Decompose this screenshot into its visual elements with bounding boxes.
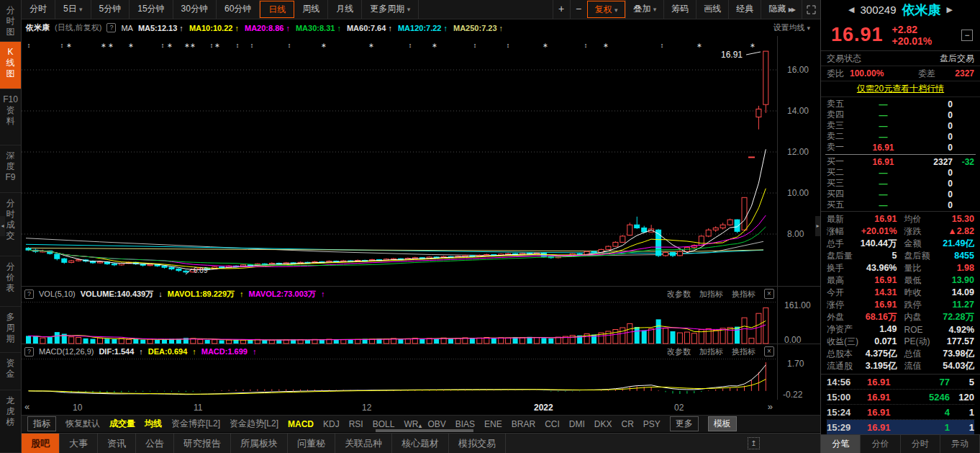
collapse-panel-button[interactable]: − bbox=[961, 30, 973, 41]
nav-item-9[interactable]: 模拟交易 bbox=[449, 434, 506, 453]
tool-button-1[interactable]: 叠加 ▾ bbox=[625, 0, 663, 19]
indicator-item-19[interactable]: PSY bbox=[643, 419, 661, 429]
chart-area: 16.0014.0012.0010.008.00161.000.001.70-0… bbox=[22, 36, 820, 400]
indicator-item-10[interactable]: WR bbox=[404, 419, 418, 429]
indicator-item-0[interactable]: 指标 bbox=[27, 416, 56, 431]
nav-item-2[interactable]: 资讯 bbox=[98, 434, 136, 453]
next-stock-icon[interactable]: ▶ bbox=[947, 5, 953, 14]
indicator-item-20[interactable]: 更多 bbox=[670, 416, 699, 431]
indicator-item-9[interactable]: BOLL bbox=[373, 419, 395, 429]
scroll-left-button[interactable]: « bbox=[24, 401, 30, 412]
period-tab-9[interactable]: 更多周期 ▾ bbox=[362, 0, 419, 19]
tool-button-5[interactable]: 隐藏 ▶▶ bbox=[761, 0, 802, 19]
indicator-item-13[interactable]: ENE bbox=[484, 419, 502, 429]
indicator-item-17[interactable]: DKX bbox=[594, 419, 612, 429]
ma-settings-button[interactable]: 设置均线 ▾ bbox=[773, 22, 816, 33]
svg-text:↕: ↕ bbox=[60, 42, 64, 49]
indicator-item-3[interactable]: 均线 bbox=[145, 418, 162, 430]
vol-help-icon[interactable]: ? bbox=[24, 290, 34, 299]
indicator-item-11[interactable]: OBV bbox=[427, 419, 445, 429]
scroll-right-button[interactable]: » bbox=[768, 401, 773, 412]
tick-tab-1[interactable]: 分价 bbox=[861, 435, 900, 453]
indicator-item-15[interactable]: CCI bbox=[545, 419, 560, 429]
order-book: 卖五—0卖四—0卖三—0卖二—0卖一16.910买一16.912327-32买二… bbox=[821, 97, 980, 212]
indicator-scrollbar[interactable]: ▲ bbox=[376, 429, 473, 432]
share-icon[interactable]: ↥ bbox=[748, 437, 760, 449]
period-tab-0[interactable]: 分时 bbox=[22, 0, 55, 19]
weicha-value: 2327 bbox=[941, 68, 974, 79]
svg-text:16.00: 16.00 bbox=[787, 65, 809, 75]
stats-row-1: 涨幅+20.01%涨跌▲2.82 bbox=[827, 225, 974, 238]
period-tab-8[interactable]: 月线 bbox=[328, 0, 362, 19]
ma-help-icon[interactable]: ? bbox=[106, 23, 116, 32]
indicator-item-12[interactable]: BIAS bbox=[455, 419, 475, 429]
macd-arrow-icon: ↑ bbox=[253, 347, 257, 356]
period-tab-5[interactable]: 60分钟 bbox=[217, 0, 260, 19]
nav-item-8[interactable]: 核心题材 bbox=[392, 434, 449, 453]
period-tab-4[interactable]: 30分钟 bbox=[173, 0, 217, 19]
tick-list: 14:5616.9177515:0016.91524612015:2416.91… bbox=[821, 374, 980, 434]
period-tab-2[interactable]: 5分钟 bbox=[91, 0, 130, 19]
price-block: 16.91 +2.82 +20.01% − bbox=[821, 19, 980, 51]
tool-button-3[interactable]: 画线 bbox=[696, 0, 728, 19]
tool-button-2[interactable]: 筹码 bbox=[663, 0, 696, 19]
nav-item-4[interactable]: 研究报告 bbox=[174, 434, 231, 453]
vol-swap-indicator-link[interactable]: 换指标 bbox=[732, 289, 756, 300]
vol-close-icon[interactable]: × bbox=[764, 289, 774, 299]
tick-tab-3[interactable]: 异动 bbox=[940, 435, 980, 453]
macd-change-params-link[interactable]: 改参数 bbox=[667, 346, 691, 357]
period-tab-1[interactable]: 5日 ▾ bbox=[55, 0, 91, 19]
svg-text:↕: ↕ bbox=[507, 42, 510, 49]
zoom-out-button[interactable]: − bbox=[570, 0, 587, 19]
fullscreen-button[interactable] bbox=[802, 0, 820, 19]
indicator-item-5[interactable]: 资金趋势[L2] bbox=[230, 418, 278, 430]
indicator-item-6[interactable]: MACD bbox=[288, 419, 314, 429]
macd-help-icon[interactable]: ? bbox=[24, 347, 34, 356]
indicator-item-7[interactable]: KDJ bbox=[323, 419, 340, 429]
macd-close-icon[interactable]: × bbox=[764, 346, 774, 356]
tool-button-4[interactable]: 经典 bbox=[728, 0, 761, 19]
indicator-item-1[interactable]: 恢复默认 bbox=[65, 418, 100, 430]
indicator-item-2[interactable]: 成交量 bbox=[109, 418, 135, 430]
collapse-right-panel-handle[interactable]: ▸ bbox=[815, 216, 820, 236]
sidebar-item-2[interactable]: F10资料 bbox=[0, 89, 21, 145]
period-tab-7[interactable]: 周线 bbox=[294, 0, 328, 19]
tick-tab-0[interactable]: 分笔 bbox=[821, 435, 861, 453]
nav-item-7[interactable]: 关联品种 bbox=[335, 434, 392, 453]
nav-item-5[interactable]: 所属板块 bbox=[231, 434, 288, 453]
prev-stock-icon[interactable]: ◀ bbox=[848, 5, 854, 14]
sidebar-item-5[interactable]: 分价表 bbox=[0, 256, 21, 307]
nav-item-3[interactable]: 公告 bbox=[136, 434, 174, 453]
nav-item-0[interactable]: 股吧 bbox=[22, 434, 60, 453]
svg-text:10.00: 10.00 bbox=[787, 188, 809, 198]
x-axis: « » 101112202202 bbox=[22, 400, 820, 416]
macd-add-indicator-link[interactable]: 加指标 bbox=[699, 346, 723, 357]
nav-item-6[interactable]: 问董秘 bbox=[288, 434, 335, 453]
indicator-item-16[interactable]: DMI bbox=[569, 419, 585, 429]
sidebar-item-8[interactable]: 龙虎榜 bbox=[0, 390, 21, 453]
indicator-item-18[interactable]: CR bbox=[622, 419, 634, 429]
period-tab-6[interactable]: 日线 bbox=[260, 1, 294, 18]
sidebar-item-3[interactable]: 深度F9 bbox=[0, 145, 21, 193]
indicator-item-4[interactable]: 资金博弈[L2] bbox=[171, 418, 220, 430]
indicator-item-21[interactable]: 模板 bbox=[708, 416, 737, 431]
x-axis-label-4: 02 bbox=[674, 403, 684, 413]
sidebar-item-7[interactable]: 资金 bbox=[0, 353, 21, 390]
sidebar-item-0[interactable]: 分时图 bbox=[0, 0, 21, 42]
svg-text:∗: ∗ bbox=[697, 42, 702, 49]
indicator-item-14[interactable]: BRAR bbox=[512, 419, 535, 429]
zoom-in-button[interactable]: + bbox=[553, 0, 570, 19]
bid-row-2: 买三—0 bbox=[827, 178, 974, 189]
sidebar-item-1[interactable]: K线图 bbox=[0, 42, 21, 89]
macd-swap-indicator-link[interactable]: 换指标 bbox=[732, 346, 756, 357]
tool-button-0[interactable]: 复权 ▾ bbox=[587, 1, 626, 18]
nav-item-1[interactable]: 大事 bbox=[60, 434, 98, 453]
level2-upgrade-link[interactable]: 仅需20元查看十档行情 bbox=[857, 83, 944, 95]
tick-tab-2[interactable]: 分时 bbox=[901, 435, 940, 453]
period-tab-3[interactable]: 15分钟 bbox=[130, 0, 173, 19]
vol-add-indicator-link[interactable]: 加指标 bbox=[699, 289, 723, 300]
sidebar-item-6[interactable]: 多周期 bbox=[0, 307, 21, 353]
indicator-item-8[interactable]: RSI bbox=[349, 419, 363, 429]
collapse-left-panel-handle[interactable]: ◂ bbox=[0, 216, 5, 236]
vol-change-params-link[interactable]: 改参数 bbox=[667, 289, 691, 300]
